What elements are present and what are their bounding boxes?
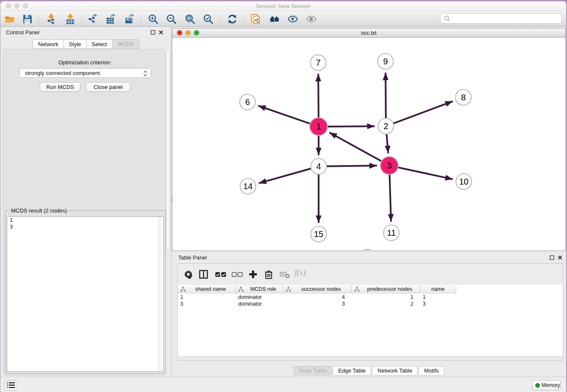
edge-1-6[interactable]: [258, 106, 311, 124]
column-type-icon: [180, 287, 186, 292]
main-toolbar: [0, 11, 566, 27]
zoom-fit-icon[interactable]: [184, 14, 195, 25]
hide-panels-icon[interactable]: [287, 14, 298, 25]
edge-1-2[interactable]: [327, 126, 375, 127]
edge-1-7[interactable]: [318, 74, 319, 119]
add-row-icon[interactable]: [248, 270, 258, 279]
table-cell[interactable]: 1: [178, 294, 236, 301]
column-header-successor-nodes[interactable]: successor nodes: [283, 285, 352, 293]
edge-3-11[interactable]: [390, 174, 391, 222]
refresh-icon[interactable]: [227, 14, 238, 25]
table-cell[interactable]: 1: [352, 294, 420, 301]
export-image-icon[interactable]: [124, 14, 135, 25]
zoom-selected-icon[interactable]: [203, 14, 214, 25]
criterion-select[interactable]: strongly connected component: [19, 68, 151, 78]
show-panels-icon[interactable]: [306, 14, 317, 25]
network-graph[interactable]: 1234678910111415: [172, 38, 565, 251]
table-float-icon[interactable]: [550, 255, 554, 260]
table-tab-network-table[interactable]: Network Table: [372, 366, 418, 375]
table-cell[interactable]: 2: [352, 301, 420, 307]
import-network-icon[interactable]: [46, 14, 57, 25]
table-close-icon[interactable]: [558, 255, 562, 260]
column-type-icon: [354, 287, 360, 292]
column-type-icon: [286, 287, 291, 292]
control-tab-mcds[interactable]: MCDS: [113, 39, 139, 49]
mcds-result-item[interactable]: 3: [7, 224, 163, 230]
table-tab-node-table[interactable]: Node Table: [293, 366, 332, 375]
edge-4-3[interactable]: [325, 166, 377, 166]
graph-node-label: 15: [314, 229, 323, 239]
network-vertical-scroll-grip[interactable]: [171, 196, 173, 203]
table-tab-motifs[interactable]: Motifs: [418, 366, 444, 375]
table-tab-edge-table[interactable]: Edge Table: [333, 366, 371, 375]
column-header-MCDS-role[interactable]: MCDS role: [236, 285, 283, 293]
table-cell[interactable]: 1: [420, 294, 456, 301]
table-row[interactable]: 1dominator411: [178, 294, 456, 301]
table-cell[interactable]: 3: [420, 301, 456, 307]
edge-2-9[interactable]: [385, 72, 386, 119]
export-network-icon[interactable]: [87, 14, 98, 25]
edge-3-10[interactable]: [397, 167, 453, 179]
import-table-icon[interactable]: [65, 14, 76, 25]
edge-3-1[interactable]: [329, 133, 382, 162]
control-tab-network[interactable]: Network: [33, 39, 64, 49]
column-type-icon: [238, 287, 244, 292]
export-table-icon[interactable]: [105, 14, 116, 25]
delete-table-icon: [279, 270, 290, 279]
table-cell[interactable]: dominator: [236, 301, 283, 307]
column-label: predecessor nodes: [360, 286, 420, 292]
graph-node-label: 1: [316, 122, 321, 131]
network-window-title: scc.txt: [172, 30, 565, 36]
search-input[interactable]: [440, 13, 562, 24]
control-panel-scrollbar-thumb[interactable]: [166, 50, 170, 251]
delete-row-icon[interactable]: [264, 270, 273, 279]
table-row[interactable]: 3dominator323: [178, 301, 456, 307]
window-titlebar: Session: New Session: [0, 1, 566, 11]
select-all-icon[interactable]: [215, 270, 227, 279]
edge-2-8[interactable]: [392, 101, 453, 124]
criterion-value: strongly connected component: [25, 70, 100, 76]
control-tab-style[interactable]: Style: [64, 39, 87, 49]
network-horizontal-scroll-grip[interactable]: [363, 249, 371, 251]
column-label: name: [420, 286, 456, 292]
table-settings-icon[interactable]: [184, 270, 193, 279]
control-tab-select[interactable]: Select: [87, 39, 113, 49]
mcds-result-item[interactable]: 1: [7, 217, 163, 224]
unselect-all-icon[interactable]: [231, 270, 243, 279]
column-header-name[interactable]: name: [420, 285, 456, 293]
mcds-result-list[interactable]: 13: [7, 216, 164, 372]
panel-list-button[interactable]: [5, 380, 17, 390]
run-mcds-button[interactable]: Run MCDS: [40, 82, 80, 92]
home-icon[interactable]: [269, 14, 280, 25]
result-scrollbar[interactable]: [158, 217, 162, 371]
column-header-predecessor-nodes[interactable]: predecessor nodes: [352, 285, 420, 293]
column-label: successor nodes: [291, 286, 351, 292]
float-panel-icon[interactable]: [151, 30, 155, 35]
application-window: Session: New Session: [0, 1, 566, 392]
table-cell[interactable]: dominator: [236, 294, 283, 301]
memory-button[interactable]: Memory: [532, 380, 561, 390]
node-table: f(x) shared nameMCDS rolesuccessor nodes…: [177, 263, 563, 361]
edge-2-3[interactable]: [386, 133, 388, 153]
control-panel-tabs: NetworkStyleSelectMCDS: [33, 39, 139, 49]
table-cell[interactable]: 4: [283, 294, 352, 301]
copy-network-icon[interactable]: [250, 14, 261, 25]
zoom-in-icon[interactable]: [148, 14, 159, 25]
save-session-icon[interactable]: [22, 14, 33, 25]
network-window-titlebar[interactable]: ✕ − + scc.txt: [172, 28, 565, 38]
close-panel-button[interactable]: Close panel: [86, 82, 130, 92]
graph-node-label: 2: [383, 121, 388, 131]
select-stepper-icon: [143, 70, 148, 77]
graph-node-label: 4: [316, 162, 321, 171]
table-cell[interactable]: 3: [283, 301, 352, 307]
table-cell[interactable]: 3: [178, 301, 236, 307]
apply-function-icon: f(x): [295, 268, 306, 277]
table-horizontal-scrollbar[interactable]: [178, 356, 563, 360]
edge-4-14[interactable]: [259, 168, 312, 183]
show-columns-icon[interactable]: [199, 270, 208, 279]
open-session-icon[interactable]: [4, 14, 15, 25]
column-header-shared-name[interactable]: shared name: [178, 285, 236, 293]
close-panel-icon[interactable]: [159, 30, 163, 35]
zoom-out-icon[interactable]: [166, 14, 177, 25]
mcds-panel: Optimization criterion: strongly connect…: [3, 49, 166, 375]
